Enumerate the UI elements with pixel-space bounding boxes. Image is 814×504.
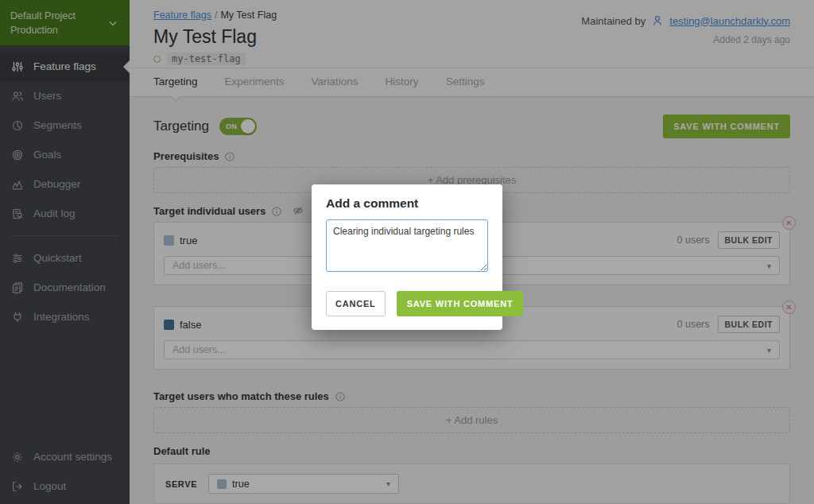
add-comment-modal: Add a comment Clearing individual target…: [312, 184, 502, 330]
cancel-button[interactable]: CANCEL: [326, 291, 386, 316]
modal-title: Add a comment: [326, 196, 488, 211]
modal-save-with-comment-button[interactable]: SAVE WITH COMMENT: [397, 291, 524, 316]
comment-textarea[interactable]: Clearing individual targeting rules: [326, 219, 488, 272]
